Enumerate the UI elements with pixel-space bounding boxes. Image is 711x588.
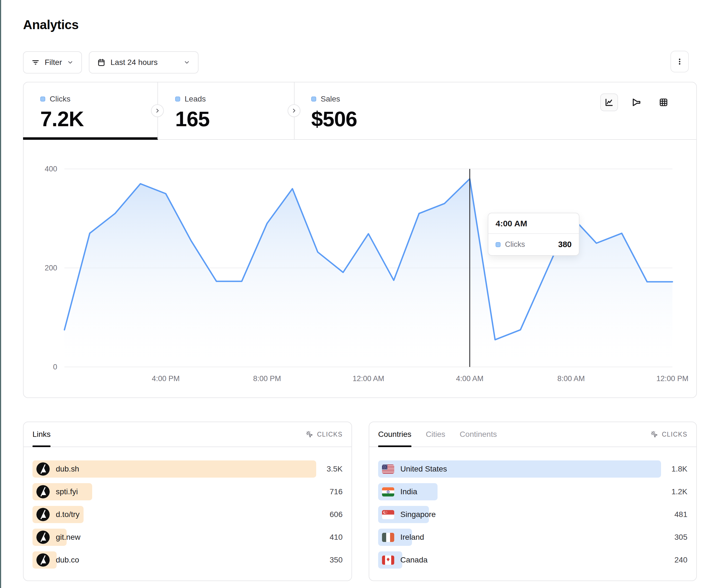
links-card: Links CLICKS dub.sh 3.5K (23, 422, 352, 581)
links-tab-label: Links (33, 430, 50, 439)
svg-text:400: 400 (45, 165, 57, 173)
line-chart-icon (604, 97, 614, 107)
leads-tab-value: 165 (175, 107, 294, 131)
countries-list: United States 1.8K India 1.2K (369, 447, 696, 569)
link-row[interactable]: dub.sh 3.5K (33, 460, 343, 478)
sales-legend-swatch (311, 96, 316, 101)
link-clicks-value: 350 (329, 551, 343, 569)
kebab-menu-icon (676, 58, 684, 65)
svg-text:4:00 AM: 4:00 AM (456, 375, 483, 383)
geo-card: Countries Cities Continents CLICKS (369, 422, 697, 581)
funnel-icon (631, 97, 642, 108)
link-row[interactable]: spti.fyi 716 (33, 483, 343, 500)
geo-metric-label: CLICKS (662, 431, 687, 438)
tooltip-series-label: Clicks (505, 240, 554, 249)
svg-text:0: 0 (53, 363, 57, 371)
tab-clicks[interactable]: Clicks 7.2K (24, 82, 157, 139)
line-chart-view-button[interactable] (600, 93, 618, 111)
more-options-button[interactable] (670, 51, 689, 72)
clicks-tab-label: Clicks (50, 95, 70, 104)
country-label: Canada (400, 556, 428, 564)
chevron-down-icon (184, 59, 190, 66)
svg-text:4:00 PM: 4:00 PM (152, 375, 180, 383)
expand-clicks-button[interactable] (151, 104, 164, 117)
sales-tab-label: Sales (321, 95, 340, 104)
cities-tab-label: Cities (426, 430, 445, 439)
date-range-button[interactable]: Last 24 hours (89, 51, 198, 73)
link-label: dub.sh (56, 465, 79, 473)
dub-logo-icon (36, 485, 50, 498)
flag-singapore-icon (382, 510, 394, 519)
chevron-down-icon (67, 59, 73, 66)
country-clicks-value: 481 (674, 506, 687, 523)
link-clicks-value: 410 (329, 529, 343, 546)
tooltip-legend-swatch (496, 242, 500, 247)
tab-sales[interactable]: Sales $506 (295, 82, 450, 139)
tab-leads[interactable]: Leads 165 (158, 82, 294, 139)
window-edge-strip (0, 0, 1, 588)
filter-icon (31, 58, 40, 67)
country-row[interactable]: United States 1.8K (378, 460, 687, 478)
country-label: India (400, 487, 417, 496)
chart-tooltip: 4:00 AM Clicks 380 (488, 213, 579, 256)
tooltip-value: 380 (558, 240, 572, 249)
link-clicks-value: 606 (329, 506, 343, 523)
leads-legend-swatch (175, 96, 180, 101)
link-label: git.new (56, 533, 81, 542)
link-label: d.to/try (56, 510, 80, 519)
filter-button[interactable]: Filter (23, 51, 82, 73)
flag-ireland-icon (382, 533, 394, 542)
link-clicks-value: 716 (329, 483, 343, 500)
calendar-icon (97, 58, 106, 67)
continents-tab-label: Continents (460, 430, 497, 439)
svg-text:200: 200 (45, 264, 57, 272)
analytics-card: Clicks 7.2K Leads 165 Sales $506 (23, 82, 697, 398)
country-row[interactable]: Canada 240 (378, 551, 687, 569)
clicks-area-chart[interactable]: 02004004:00 PM8:00 PM12:00 AM4:00 AM8:00… (24, 139, 696, 398)
svg-text:12:00 AM: 12:00 AM (352, 375, 384, 383)
page-title: Analytics (23, 17, 79, 32)
dub-logo-icon (36, 508, 50, 521)
chart-view-switcher (600, 93, 672, 111)
leads-tab-label: Leads (185, 95, 206, 104)
funnel-view-button[interactable] (627, 93, 645, 111)
svg-text:12:00 PM: 12:00 PM (656, 375, 689, 383)
country-clicks-value: 305 (674, 529, 687, 546)
tab-links[interactable]: Links (33, 422, 50, 447)
country-row[interactable]: India 1.2K (378, 483, 687, 500)
link-label: dub.co (56, 556, 79, 564)
svg-text:8:00 PM: 8:00 PM (253, 375, 281, 383)
date-range-label: Last 24 hours (110, 58, 158, 67)
link-row[interactable]: dub.co 350 (33, 551, 343, 569)
tab-countries[interactable]: Countries (378, 422, 411, 447)
link-row[interactable]: d.to/try 606 (33, 506, 343, 523)
chevron-right-icon (291, 108, 297, 113)
country-label: Singapore (400, 510, 436, 519)
dub-logo-icon (36, 553, 50, 567)
dub-logo-icon (36, 530, 50, 544)
country-clicks-value: 1.8K (671, 460, 687, 478)
sales-tab-value: $506 (311, 107, 450, 131)
link-clicks-value: 3.5K (326, 460, 343, 478)
link-row[interactable]: git.new 410 (33, 529, 343, 546)
clicks-tab-value: 7.2K (40, 107, 157, 131)
dub-logo-icon (36, 462, 50, 476)
link-label: spti.fyi (56, 487, 78, 496)
table-view-button[interactable] (655, 93, 672, 111)
links-metric-selector[interactable]: CLICKS (305, 430, 343, 438)
expand-leads-button[interactable] (288, 104, 300, 117)
country-row[interactable]: Ireland 305 (378, 529, 687, 546)
stats-tab-row: Clicks 7.2K Leads 165 Sales $506 (24, 82, 696, 140)
geo-metric-selector[interactable]: CLICKS (650, 430, 687, 438)
tab-cities[interactable]: Cities (426, 422, 445, 447)
svg-text:8:00 AM: 8:00 AM (557, 375, 585, 383)
tooltip-time: 4:00 AM (488, 213, 579, 234)
country-clicks-value: 1.2K (671, 483, 687, 500)
flag-united-states-icon (382, 465, 394, 474)
country-row[interactable]: Singapore 481 (378, 506, 687, 523)
tab-continents[interactable]: Continents (460, 422, 497, 447)
filter-button-label: Filter (45, 58, 62, 67)
cursor-click-icon (650, 430, 659, 438)
flag-india-icon (382, 487, 394, 496)
table-grid-icon (659, 97, 669, 107)
